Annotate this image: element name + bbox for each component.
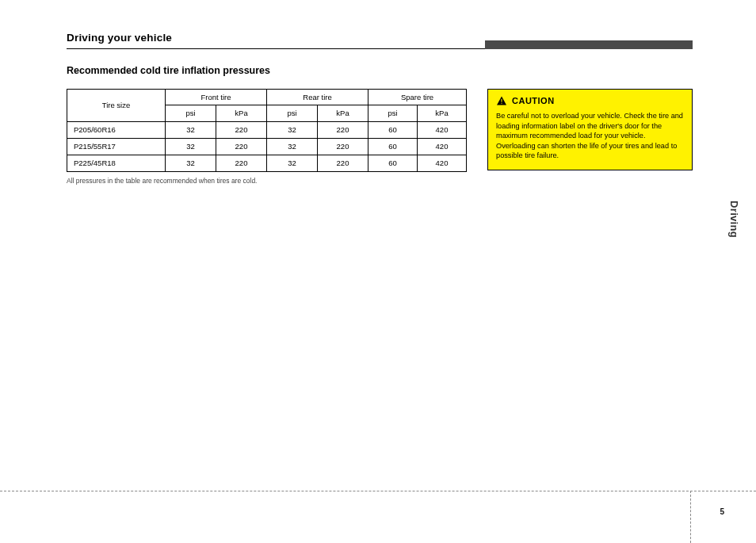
caution-body: Be careful not to overload your vehicle.…: [496, 111, 684, 160]
col-header-rear: Rear tire: [267, 89, 368, 105]
cell-tire-size: P215/55R17: [67, 139, 166, 155]
spec-table-wrap: Tire size Front tire Rear tire Spare tir…: [67, 89, 467, 185]
warning-triangle-icon: [496, 96, 507, 105]
cell-rear-psi: 32: [267, 139, 318, 155]
cell-rear-kpa: 220: [318, 155, 368, 172]
page-header: Driving your vehicle: [67, 32, 693, 49]
content-row: Tire size Front tire Rear tire Spare tir…: [67, 89, 693, 185]
subcol-spare-kpa: kPa: [418, 105, 467, 122]
cell-front-kpa: 220: [216, 155, 267, 172]
footer-cut-line-h: [0, 491, 756, 491]
table-row: P205/60R16 32 220 32 220 60 420: [67, 122, 467, 139]
cell-rear-psi: 32: [267, 122, 318, 139]
cell-spare-kpa: 420: [418, 122, 467, 139]
svg-rect-1: [501, 99, 502, 102]
table-row: P225/45R18 32 220 32 220 60 420: [67, 155, 467, 172]
section-title: Recommended cold tire inflation pressure…: [67, 65, 693, 78]
cell-tire-size: P225/45R18: [67, 155, 166, 172]
cell-front-kpa: 220: [216, 122, 267, 139]
cell-spare-psi: 60: [368, 139, 418, 155]
cell-spare-psi: 60: [368, 155, 418, 172]
caution-box: CAUTION Be careful not to overload your …: [487, 89, 693, 171]
subcol-rear-kpa: kPa: [318, 105, 368, 122]
cell-rear-kpa: 220: [318, 139, 368, 155]
cell-tire-size: P205/60R16: [67, 122, 166, 139]
caution-header: CAUTION: [496, 96, 684, 107]
spec-table: Tire size Front tire Rear tire Spare tir…: [67, 89, 467, 172]
cell-front-psi: 32: [166, 139, 216, 155]
col-header-front: Front tire: [166, 89, 267, 105]
col-header-spare: Spare tire: [368, 89, 467, 105]
header-accent-bar: [485, 40, 693, 49]
cell-rear-psi: 32: [267, 155, 318, 172]
footer-cut-line-v: [690, 491, 691, 543]
cell-front-psi: 32: [166, 155, 216, 172]
table-row: P215/55R17 32 220 32 220 60 420: [67, 139, 467, 155]
subcol-rear-psi: psi: [267, 105, 318, 122]
subcol-front-psi: psi: [166, 105, 216, 122]
page-title: Driving your vehicle: [67, 32, 172, 45]
caution-label: CAUTION: [512, 96, 555, 107]
cell-spare-kpa: 420: [418, 155, 467, 172]
page: Driving your vehicle Recommended cold ti…: [67, 32, 693, 185]
cell-rear-kpa: 220: [318, 122, 368, 139]
cell-spare-psi: 60: [368, 122, 418, 139]
col-header-tire-size: Tire size: [67, 89, 166, 122]
page-number: 5: [720, 507, 724, 518]
subcol-spare-psi: psi: [368, 105, 418, 122]
table-note: All pressures in the table are recommend…: [67, 177, 466, 185]
cell-front-kpa: 220: [216, 139, 267, 155]
subcol-front-kpa: kPa: [216, 105, 267, 122]
cell-spare-kpa: 420: [418, 139, 467, 155]
side-caption: Driving: [727, 201, 740, 238]
svg-rect-2: [501, 103, 502, 104]
cell-front-psi: 32: [166, 122, 216, 139]
